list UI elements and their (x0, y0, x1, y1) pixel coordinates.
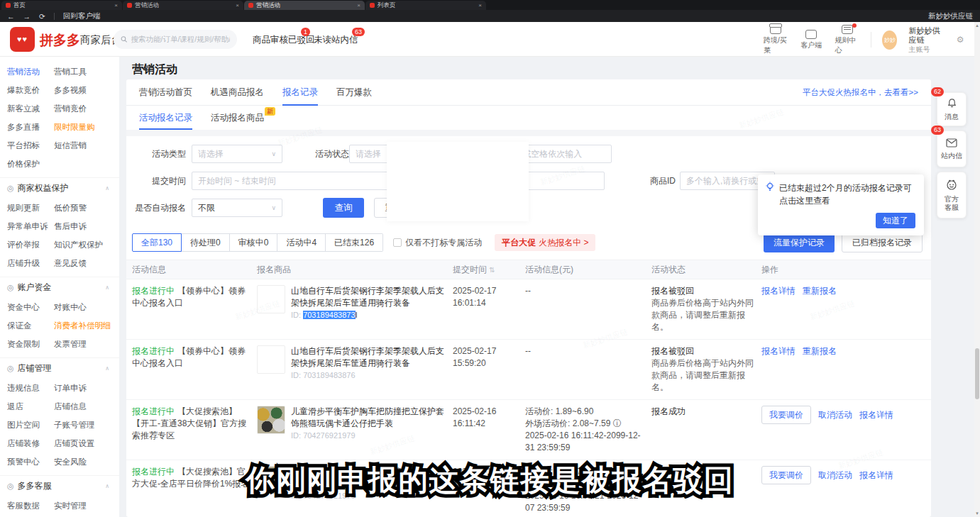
sidebar-item[interactable]: 知识产权保护 (54, 240, 103, 250)
gear-icon[interactable]: ⚙ (957, 35, 964, 45)
got-it-button[interactable]: 知道了 (876, 213, 915, 228)
sidebar-item[interactable]: 低价预警 (54, 203, 87, 213)
subtab-activity-goods[interactable]: 活动报名商品新 (211, 106, 264, 130)
close-icon[interactable]: × (357, 2, 360, 9)
sidebar-section-rights[interactable]: ◎商家权益保护∧ (0, 177, 119, 199)
flow-protection-button[interactable]: 流量保护记录 (764, 233, 835, 252)
product-id[interactable]: ID: 704276921979 (291, 431, 356, 440)
product-title[interactable]: 儿童滑步平衡车护胸车把防撞把立保护套饰熊猫玩偶卡通公仔把手装 (291, 406, 444, 430)
sidebar-item[interactable]: 图片空间 (7, 420, 54, 430)
submit-time-input[interactable] (192, 172, 397, 190)
sidebar-item[interactable]: 评价举报 (7, 240, 54, 250)
sidebar-item[interactable]: 规则更新 (7, 203, 54, 213)
re-signup-link[interactable]: 重新报名 (803, 346, 837, 356)
tab-marketing-home[interactable]: 营销活动首页 (139, 79, 192, 106)
product-id-value[interactable]: 703189483876 (303, 371, 355, 379)
sidebar-item[interactable]: 资金限制 (7, 339, 54, 350)
sidebar-item[interactable]: 发票管理 (54, 339, 87, 350)
pill-active[interactable]: 活动中4 (277, 233, 326, 252)
promo-link[interactable]: 平台大促火热报名中，去看看>> (803, 87, 918, 98)
sidebar-item[interactable]: 店铺信息 (54, 401, 87, 412)
back-to-client-button[interactable]: 回到客户端 (63, 11, 101, 21)
re-signup-link[interactable]: 重新报名 (803, 286, 837, 296)
pill-pending[interactable]: 待处理0 (182, 233, 230, 252)
sidebar-item[interactable]: 多多直播 (7, 122, 54, 133)
cancel-activity-link[interactable]: 取消活动 (818, 410, 852, 420)
browser-tab-marketing-2-active[interactable]: 营销活动× (244, 1, 365, 10)
sidebar-item[interactable]: 新客立减 (7, 104, 54, 114)
rule-center-button[interactable]: 规则中心 (835, 25, 859, 55)
product-image[interactable] (257, 285, 285, 313)
promo-pill[interactable]: 平台大促火热报名中 > (495, 234, 595, 251)
checkbox-icon[interactable] (393, 238, 402, 247)
signup-detail-link[interactable]: 报名详情 (761, 286, 795, 296)
official-service-float-button[interactable]: 官方客服 (937, 172, 967, 218)
refresh-icon[interactable]: ⟳ (39, 12, 45, 21)
signup-detail-link[interactable]: 报名详情 (859, 410, 893, 420)
sidebar-item[interactable]: 营销工具 (54, 67, 87, 77)
global-search-input[interactable]: 搜索功能/订单/课程/规则/帮助/服务 (114, 30, 237, 49)
pill-all[interactable]: 全部130 (132, 233, 182, 252)
product-id[interactable]: ID: 703189483873I (291, 311, 358, 319)
browser-tab-home[interactable]: 首页× (1, 1, 122, 10)
sidebar-item[interactable]: 平台招标 (7, 140, 54, 151)
sidebar-item[interactable]: 订单申诉 (54, 383, 87, 394)
chevron-up-icon[interactable]: ∧ (105, 284, 109, 291)
unread-mail-link[interactable]: 未读站内信 (314, 34, 358, 46)
product-image[interactable] (257, 345, 285, 374)
tab-signup-records[interactable]: 报名记录 (282, 79, 318, 106)
close-icon[interactable]: × (114, 2, 118, 9)
scroll-down-icon[interactable]: ▼ (974, 511, 980, 516)
product-title[interactable]: 山地自行车后货架钢行李架季架载人后支架快拆尾架后车筐通用骑行装备 (291, 285, 444, 309)
sidebar-item[interactable]: 店铺升级 (7, 258, 54, 269)
client-app-button[interactable]: 客户端 (799, 30, 823, 50)
back-icon[interactable]: ← (7, 12, 15, 21)
archived-records-button[interactable]: 已归档报名记录 (842, 233, 923, 252)
browser-tab-list[interactable]: 列表页× (365, 1, 486, 10)
sidebar-item[interactable]: 实时管理 (54, 501, 87, 511)
sidebar-item[interactable]: 店铺页设置 (54, 438, 95, 449)
product-id[interactable]: ID: 703189483876 (291, 371, 356, 379)
signup-detail-link[interactable]: 报名详情 (761, 346, 795, 356)
sidebar-item[interactable]: 违规信息 (7, 383, 54, 394)
sidebar-item[interactable]: 对账中心 (54, 302, 87, 313)
sidebar-item[interactable]: 售后申诉 (54, 221, 87, 232)
product-id-value[interactable]: 703189483873 (303, 311, 355, 319)
product-id-value[interactable]: 704276921979 (303, 431, 355, 440)
sidebar-item[interactable]: 资金中心 (7, 302, 54, 313)
sidebar-item[interactable]: 子账号管理 (54, 420, 95, 430)
sidebar-item[interactable]: 退店 (7, 401, 54, 412)
scroll-up-icon[interactable]: ▲ (974, 23, 980, 28)
pill-reviewing[interactable]: 审核中0 (230, 233, 278, 252)
sidebar-item[interactable]: 营销竞价 (54, 104, 87, 114)
messages-float-button[interactable]: 62 消息 (937, 92, 967, 126)
sidebar-section-shop[interactable]: ◎店铺管理∧ (0, 357, 119, 379)
sidebar-item[interactable]: 异常单申诉 (7, 221, 54, 232)
pill-ended[interactable]: 已结束126 (326, 233, 383, 252)
chevron-up-icon[interactable]: ∧ (105, 185, 109, 191)
product-image[interactable] (257, 406, 285, 434)
crossborder-grocery-button[interactable]: 跨境/买菜 (764, 25, 788, 55)
sidebar-item-flash-sale[interactable]: 限时限量购 (54, 122, 95, 133)
browser-profile-name[interactable]: 新妙妙供应链 (928, 11, 973, 21)
sidebar-item[interactable]: 保证金 (7, 321, 54, 331)
account-info[interactable]: 新妙妙供应链 主账号 (908, 26, 945, 54)
browser-tab-marketing-1[interactable]: 营销活动× (123, 1, 243, 10)
pinduoduo-logo-icon[interactable]: ♥♥ (10, 27, 35, 52)
close-icon[interactable]: × (478, 2, 482, 9)
scrollbar-thumb[interactable] (975, 348, 979, 399)
col-submit-time[interactable]: 提交时间 ⇅ (453, 264, 525, 276)
sidebar-item[interactable]: 短信营销 (54, 140, 87, 151)
query-button[interactable]: 查询 (323, 198, 364, 218)
sidebar-item[interactable]: 客服数据 (7, 501, 54, 511)
exclusive-filter-checkbox[interactable]: 仅看不打标专属活动 (393, 237, 482, 249)
close-icon[interactable]: × (236, 2, 239, 9)
forward-icon[interactable]: → (23, 12, 31, 21)
sidebar-item[interactable]: 多多视频 (54, 85, 87, 96)
sidebar-section-funds[interactable]: ◎账户资金∧ (0, 277, 119, 298)
sidebar-item[interactable]: 爆款竞价 (7, 85, 54, 96)
subtab-activity-records[interactable]: 活动报名记录 (139, 106, 192, 130)
sidebar-item[interactable]: 意见反馈 (54, 258, 87, 269)
avatar[interactable]: 妙妙 (882, 30, 897, 50)
sidebar-item-marketing-activity[interactable]: 营销活动 (7, 67, 54, 77)
